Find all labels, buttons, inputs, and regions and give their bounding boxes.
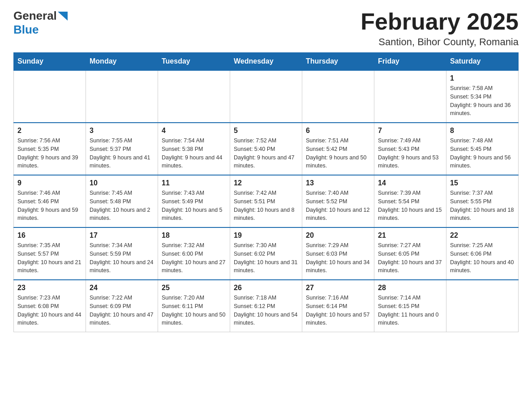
svg-marker-0 bbox=[58, 12, 68, 21]
logo-triangle-icon bbox=[58, 12, 68, 21]
day-number: 3 bbox=[90, 127, 154, 135]
day-number: 8 bbox=[450, 127, 515, 135]
calendar-cell: 12Sunrise: 7:42 AMSunset: 5:51 PMDayligh… bbox=[230, 175, 302, 227]
calendar-cell: 9Sunrise: 7:46 AMSunset: 5:46 PMDaylight… bbox=[14, 175, 86, 227]
calendar-cell: 7Sunrise: 7:49 AMSunset: 5:43 PMDaylight… bbox=[374, 123, 446, 175]
logo-general-text: General bbox=[13, 9, 57, 23]
day-info: Sunrise: 7:29 AMSunset: 6:03 PMDaylight:… bbox=[306, 241, 370, 275]
day-number: 24 bbox=[90, 284, 154, 292]
calendar-week-1: 1Sunrise: 7:58 AMSunset: 5:34 PMDaylight… bbox=[14, 70, 519, 123]
day-info: Sunrise: 7:43 AMSunset: 5:49 PMDaylight:… bbox=[162, 189, 226, 223]
day-info: Sunrise: 7:55 AMSunset: 5:37 PMDaylight:… bbox=[90, 137, 154, 170]
day-number: 1 bbox=[450, 74, 515, 82]
day-number: 20 bbox=[306, 231, 370, 240]
day-number: 11 bbox=[162, 179, 226, 187]
calendar-header-thursday: Thursday bbox=[302, 53, 374, 71]
logo: General Blue bbox=[13, 9, 68, 37]
day-info: Sunrise: 7:52 AMSunset: 5:40 PMDaylight:… bbox=[234, 137, 298, 170]
calendar-cell: 6Sunrise: 7:51 AMSunset: 5:42 PMDaylight… bbox=[302, 123, 374, 175]
day-number: 21 bbox=[378, 231, 442, 240]
day-number: 18 bbox=[162, 231, 226, 240]
calendar: SundayMondayTuesdayWednesdayThursdayFrid… bbox=[13, 52, 519, 332]
calendar-header-friday: Friday bbox=[374, 53, 446, 71]
day-info: Sunrise: 7:42 AMSunset: 5:51 PMDaylight:… bbox=[234, 189, 298, 223]
calendar-cell: 17Sunrise: 7:34 AMSunset: 5:59 PMDayligh… bbox=[86, 227, 158, 280]
day-number: 28 bbox=[378, 284, 442, 292]
day-number: 15 bbox=[450, 179, 515, 187]
calendar-cell bbox=[230, 70, 302, 123]
calendar-cell: 13Sunrise: 7:40 AMSunset: 5:52 PMDayligh… bbox=[302, 175, 374, 227]
day-info: Sunrise: 7:56 AMSunset: 5:35 PMDaylight:… bbox=[17, 137, 82, 170]
day-info: Sunrise: 7:48 AMSunset: 5:45 PMDaylight:… bbox=[450, 137, 515, 170]
calendar-cell: 25Sunrise: 7:20 AMSunset: 6:11 PMDayligh… bbox=[158, 280, 230, 332]
calendar-cell: 1Sunrise: 7:58 AMSunset: 5:34 PMDaylight… bbox=[446, 70, 519, 123]
calendar-cell: 14Sunrise: 7:39 AMSunset: 5:54 PMDayligh… bbox=[374, 175, 446, 227]
calendar-header-monday: Monday bbox=[86, 53, 158, 71]
calendar-header-tuesday: Tuesday bbox=[158, 53, 230, 71]
calendar-cell: 8Sunrise: 7:48 AMSunset: 5:45 PMDaylight… bbox=[446, 123, 519, 175]
day-info: Sunrise: 7:35 AMSunset: 5:57 PMDaylight:… bbox=[17, 241, 82, 275]
calendar-header-sunday: Sunday bbox=[14, 53, 86, 71]
calendar-week-3: 9Sunrise: 7:46 AMSunset: 5:46 PMDaylight… bbox=[14, 175, 519, 227]
calendar-cell: 28Sunrise: 7:14 AMSunset: 6:15 PMDayligh… bbox=[374, 280, 446, 332]
calendar-cell: 3Sunrise: 7:55 AMSunset: 5:37 PMDaylight… bbox=[86, 123, 158, 175]
day-number: 23 bbox=[17, 284, 82, 292]
day-info: Sunrise: 7:45 AMSunset: 5:48 PMDaylight:… bbox=[90, 189, 154, 223]
calendar-cell bbox=[158, 70, 230, 123]
calendar-week-5: 23Sunrise: 7:23 AMSunset: 6:08 PMDayligh… bbox=[14, 280, 519, 332]
day-info: Sunrise: 7:49 AMSunset: 5:43 PMDaylight:… bbox=[378, 137, 442, 170]
day-number: 2 bbox=[17, 127, 82, 135]
calendar-cell: 22Sunrise: 7:25 AMSunset: 6:06 PMDayligh… bbox=[446, 227, 519, 280]
calendar-cell: 4Sunrise: 7:54 AMSunset: 5:38 PMDaylight… bbox=[158, 123, 230, 175]
day-number: 13 bbox=[306, 179, 370, 187]
day-number: 17 bbox=[90, 231, 154, 240]
calendar-cell: 26Sunrise: 7:18 AMSunset: 6:12 PMDayligh… bbox=[230, 280, 302, 332]
calendar-cell: 18Sunrise: 7:32 AMSunset: 6:00 PMDayligh… bbox=[158, 227, 230, 280]
month-title: February 2025 bbox=[360, 9, 519, 34]
day-number: 5 bbox=[234, 127, 298, 135]
calendar-cell bbox=[14, 70, 86, 123]
day-info: Sunrise: 7:58 AMSunset: 5:34 PMDaylight:… bbox=[450, 84, 515, 118]
day-number: 12 bbox=[234, 179, 298, 187]
day-number: 26 bbox=[234, 284, 298, 292]
day-info: Sunrise: 7:34 AMSunset: 5:59 PMDaylight:… bbox=[90, 241, 154, 275]
calendar-cell bbox=[446, 280, 519, 332]
day-info: Sunrise: 7:39 AMSunset: 5:54 PMDaylight:… bbox=[378, 189, 442, 223]
header: General Blue February 2025 Santion, Biho… bbox=[13, 9, 519, 48]
calendar-cell: 11Sunrise: 7:43 AMSunset: 5:49 PMDayligh… bbox=[158, 175, 230, 227]
day-info: Sunrise: 7:54 AMSunset: 5:38 PMDaylight:… bbox=[162, 137, 226, 170]
day-info: Sunrise: 7:37 AMSunset: 5:55 PMDaylight:… bbox=[450, 189, 515, 223]
calendar-header-saturday: Saturday bbox=[446, 53, 519, 71]
day-info: Sunrise: 7:51 AMSunset: 5:42 PMDaylight:… bbox=[306, 137, 370, 170]
day-info: Sunrise: 7:16 AMSunset: 6:14 PMDaylight:… bbox=[306, 294, 370, 327]
calendar-cell: 19Sunrise: 7:30 AMSunset: 6:02 PMDayligh… bbox=[230, 227, 302, 280]
day-number: 19 bbox=[234, 231, 298, 240]
calendar-cell: 23Sunrise: 7:23 AMSunset: 6:08 PMDayligh… bbox=[14, 280, 86, 332]
day-info: Sunrise: 7:25 AMSunset: 6:06 PMDaylight:… bbox=[450, 241, 515, 275]
day-number: 25 bbox=[162, 284, 226, 292]
calendar-cell: 21Sunrise: 7:27 AMSunset: 6:05 PMDayligh… bbox=[374, 227, 446, 280]
day-number: 7 bbox=[378, 127, 442, 135]
calendar-header-wednesday: Wednesday bbox=[230, 53, 302, 71]
day-number: 14 bbox=[378, 179, 442, 187]
day-number: 27 bbox=[306, 284, 370, 292]
calendar-header-row: SundayMondayTuesdayWednesdayThursdayFrid… bbox=[14, 53, 519, 71]
day-info: Sunrise: 7:46 AMSunset: 5:46 PMDaylight:… bbox=[17, 189, 82, 223]
calendar-week-4: 16Sunrise: 7:35 AMSunset: 5:57 PMDayligh… bbox=[14, 227, 519, 280]
day-number: 22 bbox=[450, 231, 515, 240]
day-info: Sunrise: 7:18 AMSunset: 6:12 PMDaylight:… bbox=[234, 294, 298, 327]
day-number: 10 bbox=[90, 179, 154, 187]
day-info: Sunrise: 7:14 AMSunset: 6:15 PMDaylight:… bbox=[378, 294, 442, 327]
calendar-cell: 15Sunrise: 7:37 AMSunset: 5:55 PMDayligh… bbox=[446, 175, 519, 227]
day-info: Sunrise: 7:23 AMSunset: 6:08 PMDaylight:… bbox=[17, 294, 82, 327]
calendar-cell: 10Sunrise: 7:45 AMSunset: 5:48 PMDayligh… bbox=[86, 175, 158, 227]
calendar-cell bbox=[302, 70, 374, 123]
calendar-cell: 27Sunrise: 7:16 AMSunset: 6:14 PMDayligh… bbox=[302, 280, 374, 332]
calendar-cell bbox=[374, 70, 446, 123]
title-area: February 2025 Santion, Bihor County, Rom… bbox=[360, 9, 519, 48]
calendar-cell bbox=[86, 70, 158, 123]
day-info: Sunrise: 7:27 AMSunset: 6:05 PMDaylight:… bbox=[378, 241, 442, 275]
day-info: Sunrise: 7:20 AMSunset: 6:11 PMDaylight:… bbox=[162, 294, 226, 327]
calendar-cell: 16Sunrise: 7:35 AMSunset: 5:57 PMDayligh… bbox=[14, 227, 86, 280]
logo-blue-text: Blue bbox=[13, 23, 39, 37]
